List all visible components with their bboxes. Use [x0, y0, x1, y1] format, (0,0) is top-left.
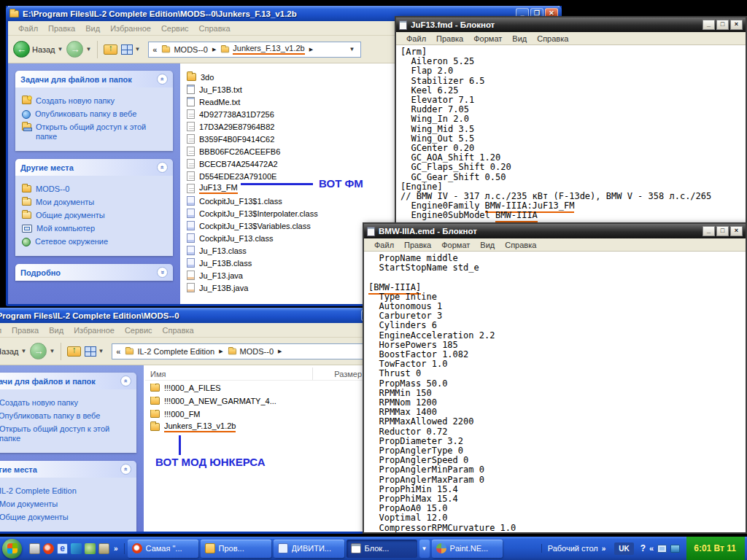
chevrons-left-icon[interactable]: « — [116, 347, 120, 356]
title-bar[interactable]: JuF13.fmd - Блокнот _ □ × — [396, 18, 746, 32]
minimize-button[interactable]: _ — [703, 226, 715, 236]
menu-bar: ФайлПравкаФорматВидСправка — [396, 32, 746, 45]
sidebar-link[interactable]: Создать новую папку — [22, 96, 169, 106]
network-tray-icon[interactable] — [670, 545, 680, 553]
menu-item[interactable]: Файл — [0, 324, 7, 336]
back-button[interactable]: ← Назад ▼ — [13, 41, 63, 58]
up-button[interactable] — [104, 44, 117, 55]
address-bar[interactable]: « MODS--0▶Junkers_F.13_v1.2b▶ ▼ — [148, 42, 361, 58]
forward-icon: → — [66, 41, 83, 58]
menu-item[interactable]: Избранное — [105, 23, 156, 34]
expand-icon[interactable]: » — [157, 267, 168, 278]
chevrons-right-icon[interactable]: » — [112, 545, 120, 553]
minimize-button[interactable]: _ — [703, 20, 715, 30]
menu-item[interactable]: Вид — [44, 324, 69, 336]
media-player-icon[interactable] — [85, 543, 96, 554]
views-button[interactable]: ▼ — [85, 346, 104, 357]
title-bar[interactable]: BMW-IIIA.emd - Блокнот _ □ × — [364, 224, 746, 238]
taskbar-button[interactable]: Пров... — [201, 540, 271, 558]
sidebar-link[interactable]: Сетевое окружение — [22, 237, 169, 246]
maximize-button[interactable]: □ — [716, 20, 729, 30]
sidebar-link[interactable]: Открыть общий доступ к этой папке — [0, 424, 132, 443]
sidebar-link[interactable]: MODS--0 — [22, 184, 169, 194]
globe-icon — [22, 110, 31, 119]
show-desktop-icon[interactable] — [98, 543, 109, 554]
tray-expand-icon[interactable]: « — [649, 544, 654, 553]
desktop-toolbar[interactable]: Рабочий стол » — [541, 544, 612, 553]
taskbar-button[interactable]: Блок... — [347, 540, 417, 558]
menu-item[interactable]: Файл — [401, 33, 431, 44]
forward-button[interactable]: → ▼ — [30, 343, 55, 359]
sidebar-link[interactable]: Открыть общий доступ к этой папке — [22, 122, 169, 141]
menu-item[interactable]: Файл — [369, 239, 399, 251]
sidebar-link[interactable]: Общие документы — [0, 513, 132, 522]
address-crumb[interactable]: MODS--0 — [160, 45, 209, 54]
menu-item[interactable]: Справка — [158, 324, 199, 336]
collapse-icon[interactable]: » — [157, 162, 168, 173]
text-area[interactable]: PropName middle StartStopName std_e [BMW… — [364, 252, 746, 532]
close-button[interactable]: × — [730, 226, 743, 236]
sidebar-link[interactable]: Создать новую папку — [0, 398, 132, 408]
back-button[interactable]: ← Назад ▼ — [0, 343, 26, 359]
panel-header-file-tasks[interactable]: Задачи для файлов и папок » — [15, 71, 173, 88]
taskbar-button[interactable]: ДИВИТИ... — [274, 540, 344, 558]
menu-item[interactable]: Вид — [507, 33, 532, 44]
menu-item[interactable]: Справка — [194, 23, 236, 34]
file-name-cell: Junkers_F.13_v1.2b — [145, 421, 313, 432]
taskbar-button[interactable]: Paint.NE... — [432, 540, 503, 558]
forward-button[interactable]: → ▼ — [66, 41, 91, 58]
collapse-icon[interactable]: » — [157, 74, 168, 85]
quicklaunch-app-icon[interactable] — [29, 543, 40, 554]
menu-item[interactable]: Справка — [532, 33, 573, 44]
title-bar[interactable]: E:\Program Files\IL-2 Complete Edition\M… — [0, 308, 407, 323]
taskbar-button[interactable]: Самая "... — [128, 540, 198, 558]
menu-item[interactable]: Правка — [43, 23, 80, 34]
menu-item[interactable]: Сервис — [156, 23, 194, 34]
menu-item[interactable]: Справка — [500, 239, 541, 251]
menu-item[interactable]: Формат — [436, 239, 475, 251]
address-dropdown-icon[interactable]: ▼ — [347, 46, 357, 52]
menu-item[interactable]: Вид — [475, 239, 500, 251]
address-crumb[interactable]: Junkers_F.13_v1.2b — [219, 44, 306, 55]
menu-item[interactable]: Правка — [431, 33, 468, 44]
maximize-button[interactable]: □ — [716, 226, 729, 236]
taskbar-group-arrow-icon[interactable]: ▼ — [419, 540, 430, 558]
menu-item[interactable]: Правка — [399, 239, 436, 251]
views-button[interactable]: ▼ — [121, 44, 140, 55]
menu-item[interactable]: Сервис — [120, 324, 158, 336]
menu-item[interactable]: Вид — [80, 23, 105, 34]
sidebar-link[interactable]: Мои документы — [22, 198, 169, 207]
panel-header-other-places[interactable]: Другие места » — [15, 159, 173, 176]
address-crumb[interactable]: IL-2 Complete Edition — [123, 347, 216, 356]
sidebar-link[interactable]: Мой компьютер — [22, 224, 169, 233]
address-bar[interactable]: « IL-2 Complete Edition▶MODS--0▶ ▼ — [112, 343, 397, 359]
chevrons-right-icon[interactable]: » — [602, 545, 606, 553]
panel-header-other-places[interactable]: Другие места » — [0, 461, 136, 478]
menu-item[interactable]: Формат — [468, 33, 507, 44]
panel-header-details[interactable]: Подробно » — [15, 264, 173, 281]
sidebar-link[interactable]: IL-2 Complete Edition — [0, 486, 132, 496]
menu-item[interactable]: Правка — [7, 324, 44, 336]
sidebar-link[interactable]: Мои документы — [0, 499, 132, 509]
display-tray-icon[interactable] — [657, 545, 667, 553]
collapse-icon[interactable]: » — [120, 464, 131, 475]
up-button[interactable] — [67, 346, 81, 357]
clock[interactable]: 6:01 Вт 11 — [686, 537, 745, 560]
sidebar-link[interactable]: Опубликовать папку в вебе — [22, 109, 169, 119]
help-icon[interactable]: ? — [640, 543, 646, 553]
sidebar-link[interactable]: Опубликовать папку в вебе — [0, 411, 132, 421]
internet-explorer-icon[interactable]: e — [57, 543, 68, 554]
browser-icon[interactable] — [43, 543, 54, 554]
menu-item[interactable]: Файл — [13, 23, 43, 34]
collapse-icon[interactable]: » — [120, 376, 131, 386]
address-crumb[interactable]: MODS--0 — [226, 347, 275, 356]
messenger-icon[interactable] — [71, 543, 82, 554]
sidebar-link[interactable]: Общие документы — [22, 211, 169, 220]
menu-item[interactable]: Избранное — [69, 324, 120, 336]
start-button[interactable] — [2, 539, 22, 559]
chevrons-left-icon[interactable]: « — [152, 45, 157, 54]
close-button[interactable]: × — [730, 20, 743, 30]
column-header[interactable]: Имя — [145, 368, 313, 380]
panel-header-file-tasks[interactable]: Задачи для файлов и папок » — [0, 373, 136, 389]
language-indicator[interactable]: UK — [614, 542, 633, 555]
